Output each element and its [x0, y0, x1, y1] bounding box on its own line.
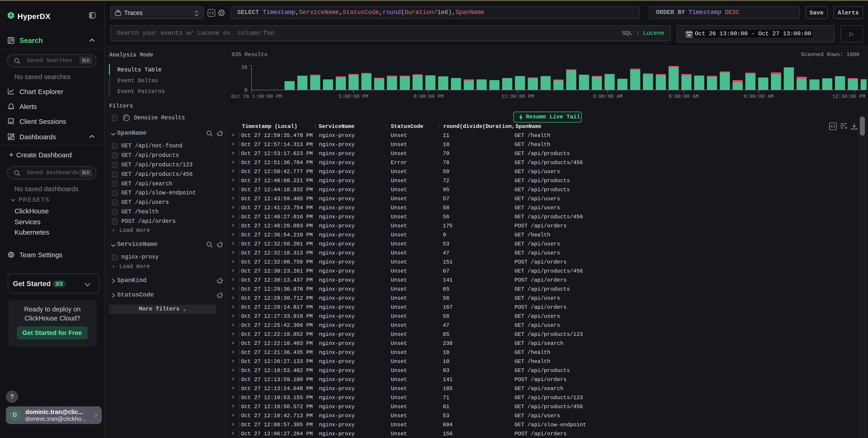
svg-text:6:00:00 AM: 6:00:00 AM — [669, 94, 699, 99]
svg-text:0: 0 — [244, 87, 247, 93]
svg-text:Oct 26 1:00:00 PM: Oct 26 1:00:00 PM — [231, 94, 282, 99]
svg-text:36: 36 — [241, 64, 247, 70]
svg-text:9:00:00 AM: 9:00:00 AM — [744, 94, 773, 99]
svg-text:5:00:00 PM: 5:00:00 PM — [338, 94, 368, 99]
svg-text:8:00:00 PM: 8:00:00 PM — [413, 94, 443, 99]
svg-text:3:00:00 AM: 3:00:00 AM — [592, 94, 622, 99]
svg-text:12:30:00 PM: 12:30:00 PM — [832, 94, 865, 99]
svg-text:11:30:00 PM: 11:30:00 PM — [501, 94, 534, 99]
